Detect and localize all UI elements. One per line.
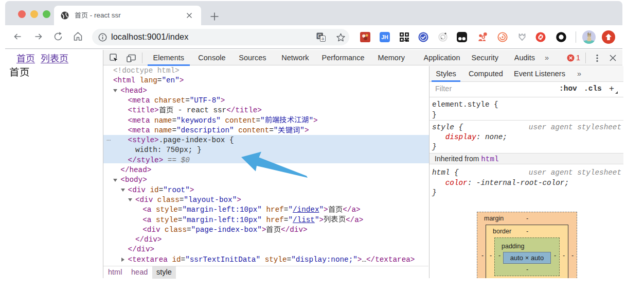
svg-text:JH: JH [381,34,388,40]
svg-text:a: a [321,36,324,41]
